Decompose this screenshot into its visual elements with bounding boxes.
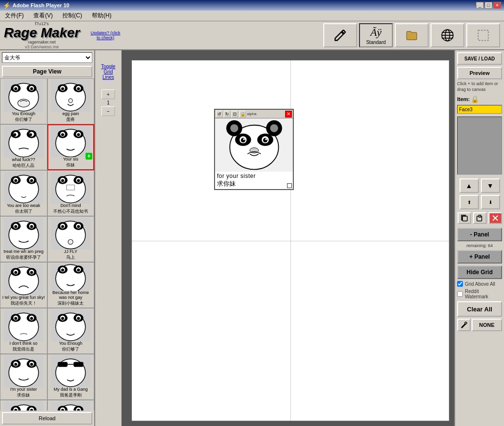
grid-line-horizontal-center <box>132 241 449 241</box>
resize-handle[interactable] <box>287 183 292 188</box>
move-bottom-button[interactable]: ⬇ <box>481 195 500 209</box>
svg-point-131 <box>265 138 267 140</box>
face-label-cn: 听说你老婆怀孕了 <box>6 254 41 261</box>
grid-above-row: Grid Above All <box>457 281 502 287</box>
eyedropper-button[interactable] <box>457 319 471 331</box>
panda-face-svg <box>51 218 90 250</box>
flip-icon[interactable]: ⊡ <box>231 111 238 118</box>
face-item[interactable]: You know eggs 你懂个卵 <box>47 400 95 411</box>
face-item[interactable]: I tel you great fun sky! 我还你失天！ <box>0 262 47 308</box>
reload-button[interactable]: Reload <box>2 412 92 425</box>
font-tool-button[interactable]: Ãÿ Standard <box>359 23 393 47</box>
face-category-select[interactable]: 金大爷 <box>2 52 92 63</box>
svg-point-19 <box>61 88 64 90</box>
face-label-cn: 哈哈巨人品 <box>13 162 34 169</box>
face-label-cn: 我还你失天！ <box>11 300 37 307</box>
face-item[interactable]: You Enough 你们够了 <box>0 78 47 124</box>
plus-panel-button[interactable]: + Panel <box>457 250 502 264</box>
delete-button[interactable] <box>489 212 502 224</box>
face-item[interactable]: You are too weak 你太弱了 <box>0 170 47 216</box>
face-item[interactable]: treat me wh am preg 听说你老婆怀孕了 <box>0 216 47 262</box>
preview-button[interactable]: Preview <box>457 67 502 79</box>
pencil-icon <box>333 29 347 42</box>
zoom-in-button[interactable]: + <box>101 89 115 99</box>
face-item[interactable]: I'm your sister 求你妹 <box>0 354 47 400</box>
logo-title: Rage Maker <box>4 26 80 40</box>
face-image <box>51 264 90 291</box>
face-label-en: JJ FLY <box>64 250 77 254</box>
rotate-right-icon[interactable]: ↻ <box>224 111 230 118</box>
arrow-buttons-row: ▲ ▼ <box>457 178 502 193</box>
window-controls[interactable]: _ □ ✕ <box>476 2 501 9</box>
face-item[interactable]: JJ FLY 鸟上 <box>47 216 95 262</box>
close-button[interactable]: ✕ <box>493 2 501 9</box>
move-up-button[interactable]: ▲ <box>460 178 479 193</box>
panda-image <box>215 118 293 172</box>
grid-above-label: Grid Above All <box>465 281 495 287</box>
face-item[interactable]: My dad is a Gang 我爸是李刚 <box>47 354 95 400</box>
face-item[interactable]: egg pain 蛋疼 <box>47 78 95 124</box>
face-label-cn: 你妹 <box>66 162 75 168</box>
canvas-element[interactable]: ↺ ↻ ⊡ 🔒 alpha ✕ <box>214 109 294 190</box>
none-button[interactable]: NONE <box>472 319 502 331</box>
rotate-left-icon[interactable]: ↺ <box>216 111 223 118</box>
folder-tool-button[interactable] <box>395 23 429 47</box>
toolbar: f7u12's Rage Maker ragemaker.net v3 DanA… <box>0 21 504 50</box>
face-label-en: I'm your sister <box>10 387 37 392</box>
page-view-button[interactable]: Page View <box>2 66 92 77</box>
item-row: Item: 🔒 <box>457 95 502 103</box>
lock-icon[interactable]: 🔒 <box>239 111 246 118</box>
face-image <box>51 309 90 341</box>
copy-button[interactable] <box>458 212 471 224</box>
canvas-wrapper: ToggleGridLines + 1 − <box>95 50 454 426</box>
clear-all-button[interactable]: Clear All <box>457 301 502 317</box>
move-down-button[interactable]: ▼ <box>481 178 500 193</box>
menu-control[interactable]: 控制(C) <box>59 11 85 21</box>
globe-tool-button[interactable] <box>431 23 464 47</box>
globe-icon <box>441 29 454 42</box>
svg-point-65 <box>68 239 73 244</box>
menu-help[interactable]: 帮助(H) <box>89 11 115 21</box>
item-value[interactable]: Face3 <box>457 105 502 114</box>
face-label-en: treat me wh am preg <box>3 250 43 254</box>
face-image <box>4 355 43 387</box>
left-sidebar: 金大爷 Page View <box>0 50 95 426</box>
svg-point-42 <box>30 179 33 182</box>
face-item-selected[interactable]: Your sis 你妹 + <box>47 124 95 170</box>
minus-panel-button[interactable]: - Panel <box>457 228 502 241</box>
save-load-button[interactable]: SAVE / LOAD <box>457 52 502 65</box>
pencil-tool-button[interactable] <box>323 23 357 47</box>
select-icon <box>476 29 490 42</box>
lock-icon[interactable]: 🔒 <box>471 95 479 103</box>
select-tool-button[interactable] <box>466 23 500 47</box>
face-label-en: You Enough <box>12 112 35 117</box>
face-item[interactable]: You Enough 你们够了 <box>47 308 95 354</box>
menu-file[interactable]: 文件(F) <box>2 11 27 21</box>
hide-grid-button[interactable]: Hide Grid <box>457 265 502 279</box>
right-panel: SAVE / LOAD Preview Click + to add item … <box>454 50 504 426</box>
updates-link[interactable]: Updates? (click to check) <box>88 30 122 40</box>
minimize-button[interactable]: _ <box>476 2 484 9</box>
canvas-area[interactable]: ↺ ↻ ⊡ 🔒 alpha ✕ <box>122 50 454 426</box>
face-image <box>4 264 43 295</box>
face-item[interactable]: The meh breath 亚一起着急气土 <box>0 400 47 411</box>
zoom-out-button[interactable]: − <box>101 106 115 116</box>
toggle-grid-link[interactable]: ToggleGridLines <box>101 64 115 80</box>
restore-button[interactable]: □ <box>485 2 492 9</box>
face-grid: You Enough 你们够了 <box>0 78 94 411</box>
face-image <box>51 126 90 157</box>
face-item[interactable]: Don't mind 不然心不花也知书 <box>47 170 95 216</box>
grid-above-checkbox[interactable] <box>457 281 463 287</box>
svg-point-71 <box>14 271 17 274</box>
move-top-button[interactable]: ⬆ <box>460 195 479 209</box>
svg-point-85 <box>14 317 17 320</box>
paste-button[interactable] <box>473 212 487 224</box>
reddit-watermark-row: Reddit Watermark <box>457 289 502 299</box>
reddit-watermark-checkbox[interactable] <box>457 291 463 297</box>
close-element-button[interactable]: ✕ <box>285 111 292 118</box>
face-item[interactable]: I don't think so 我觉得出是 <box>0 308 47 354</box>
face-item[interactable]: Because her home was not gay 深刻小猫妹太 <box>47 262 95 308</box>
menu-view[interactable]: 查看(V) <box>30 11 56 21</box>
panda-face-svg <box>4 401 43 411</box>
face-item[interactable]: what fuck?? 哈哈巨人品 <box>0 124 47 170</box>
